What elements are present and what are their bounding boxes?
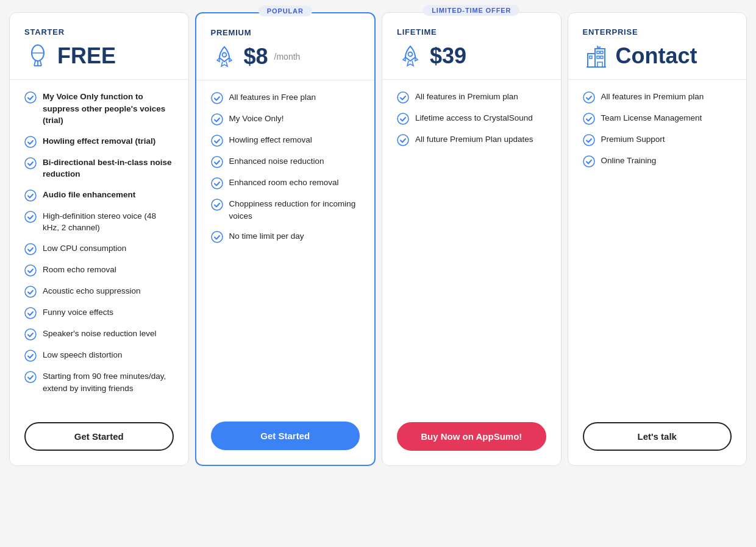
feature-text: Low CPU consumption (43, 242, 126, 255)
enterprise-price-row: Contact (583, 43, 732, 69)
feature-item: All features in Free plan (211, 91, 360, 104)
feature-text: All features in Free plan (229, 91, 316, 104)
enterprise-name: ENTERPRISE (583, 27, 732, 37)
enterprise-cta-button[interactable]: Let's talk (583, 422, 732, 451)
starter-cta-button[interactable]: Get Started (24, 422, 174, 451)
svg-point-13 (25, 286, 36, 297)
lifetime-footer: Buy Now on AppSumo! (382, 412, 561, 465)
svg-point-41 (583, 113, 594, 124)
svg-rect-35 (601, 56, 603, 58)
feature-text: Audio file enhancement (43, 189, 135, 201)
feature-item: Howling effect removal (trial) (24, 135, 174, 148)
svg-point-42 (583, 135, 594, 146)
premium-header: PREMIUM $8/month (196, 13, 375, 80)
feature-text: Acoustic echo suppression (43, 285, 141, 297)
feature-text: My Voice Only! (229, 113, 284, 125)
svg-line-2 (40, 61, 41, 66)
plan-card-premium: POPULAR PREMIUM $8/month All features in… (195, 12, 376, 466)
premium-price-period: /month (274, 52, 301, 62)
feature-text: Room echo removal (43, 264, 116, 276)
feature-text: Howling effect removal (trial) (43, 135, 155, 147)
svg-point-10 (25, 211, 36, 222)
feature-text: Choppiness reduction for incoming voices (229, 198, 360, 222)
feature-item: Team License Management (583, 112, 732, 125)
svg-point-26 (408, 52, 413, 57)
starter-icon (24, 43, 51, 69)
feature-text: Premium Support (601, 133, 665, 146)
feature-text: No time limit per day (229, 230, 304, 242)
enterprise-footer: Let's talk (568, 412, 747, 465)
feature-text: Funny voice effects (43, 306, 113, 319)
premium-price: $8 (244, 44, 268, 69)
premium-icon (211, 43, 238, 70)
feature-item: Lifetime access to CrystalSound (397, 112, 546, 125)
feature-text: Team License Management (601, 112, 702, 124)
feature-item: Choppiness reduction for incoming voices (211, 198, 360, 222)
pricing-container: STARTER FREE My Voice Only function to s… (6, 12, 750, 466)
svg-point-22 (212, 157, 223, 168)
enterprise-header: ENTERPRISE Contact (568, 13, 747, 80)
svg-rect-34 (597, 56, 599, 58)
svg-rect-33 (601, 51, 603, 54)
starter-header: STARTER FREE (10, 13, 188, 80)
feature-item: Low speech distortion (24, 349, 174, 362)
feature-item: Funny voice effects (24, 306, 174, 319)
starter-price-row: FREE (24, 43, 174, 69)
plan-card-starter: STARTER FREE My Voice Only function to s… (9, 12, 189, 466)
enterprise-icon (583, 43, 610, 69)
feature-item: Speaker's noise reduction level (24, 328, 174, 341)
starter-features: My Voice Only function to suppress other… (10, 80, 188, 412)
svg-point-27 (398, 92, 408, 103)
plan-card-lifetime: LIMITED-TIME OFFER LIFETIME $39 All feat… (382, 12, 562, 466)
feature-text: Enhanced noise reduction (229, 155, 324, 168)
svg-point-11 (25, 244, 36, 255)
feature-text: Howling effect removal (229, 134, 312, 146)
feature-item: Starting from 90 free minutes/day, exten… (24, 370, 174, 394)
feature-text: Online Training (601, 155, 657, 167)
feature-text: All features in Premium plan (415, 91, 518, 103)
feature-text: Low speech distortion (43, 349, 123, 361)
svg-point-21 (212, 135, 223, 146)
lifetime-name: LIFETIME (397, 27, 546, 37)
feature-item: Bi-directional best-in-class noise reduc… (24, 157, 174, 180)
premium-features: All features in Free plan My Voice Only!… (196, 80, 375, 412)
feature-text: My Voice Only function to suppress other… (43, 91, 174, 127)
feature-item: Enhanced noise reduction (211, 155, 360, 168)
feature-item: Howling effect removal (211, 134, 360, 147)
feature-item: My Voice Only! (211, 113, 360, 125)
premium-name: PREMIUM (211, 28, 360, 37)
svg-point-16 (25, 350, 36, 361)
feature-item: Low CPU consumption (24, 242, 174, 255)
svg-point-28 (398, 113, 408, 124)
premium-cta-button[interactable]: Get Started (211, 422, 360, 450)
premium-badge: POPULAR (259, 5, 312, 16)
feature-text: Lifetime access to CrystalSound (415, 112, 533, 124)
feature-text: All future Premium Plan updates (415, 133, 533, 146)
plan-card-enterprise: ENTERPRISE Contact All features in Premi… (568, 12, 747, 466)
lifetime-badge: LIMITED-TIME OFFER (423, 5, 519, 16)
feature-text: Speaker's noise reduction level (43, 328, 156, 340)
svg-point-15 (25, 329, 36, 340)
feature-text: All features in Premium plan (601, 91, 704, 103)
starter-name: STARTER (24, 27, 174, 37)
svg-point-12 (25, 265, 36, 276)
feature-text: Enhanced room echo removal (229, 177, 339, 189)
svg-point-19 (212, 93, 223, 104)
feature-item: Acoustic echo suppression (24, 285, 174, 298)
lifetime-header: LIFETIME $39 (382, 13, 561, 80)
lifetime-features: All features in Premium plan Lifetime ac… (382, 80, 561, 412)
feature-text: High-definition stereo voice (48 kHz, 2 … (43, 210, 174, 234)
feature-item: Audio file enhancement (24, 189, 174, 202)
lifetime-cta-button[interactable]: Buy Now on AppSumo! (397, 422, 546, 451)
feature-item: My Voice Only function to suppress other… (24, 91, 174, 127)
feature-item: Premium Support (583, 133, 732, 146)
feature-item: Online Training (583, 155, 732, 168)
premium-footer: Get Started (196, 412, 375, 465)
starter-footer: Get Started (10, 412, 188, 465)
svg-point-24 (212, 199, 223, 210)
feature-item: No time limit per day (211, 230, 360, 243)
svg-point-9 (25, 190, 36, 201)
svg-point-6 (25, 92, 36, 103)
svg-point-43 (583, 156, 594, 167)
feature-item: All features in Premium plan (583, 91, 732, 104)
